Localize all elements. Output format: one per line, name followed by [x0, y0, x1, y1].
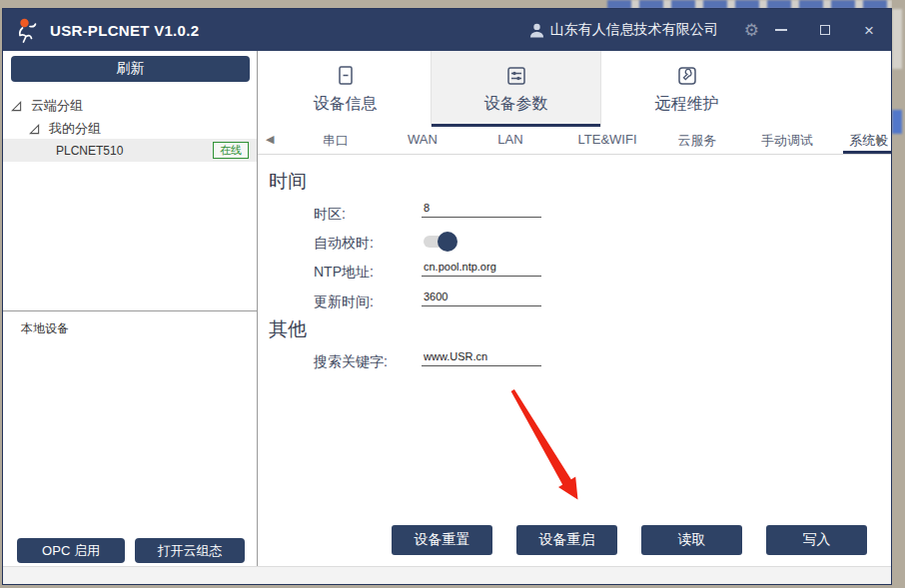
tab-label: 设备信息: [314, 94, 378, 115]
tab-label: 远程维护: [655, 94, 719, 115]
opc-enable-button[interactable]: OPC 启用: [17, 538, 125, 563]
tree-node-my-group[interactable]: 我的分组: [29, 120, 101, 138]
user-icon: [528, 22, 545, 39]
device-name: PLCNET510: [56, 144, 123, 158]
subtab-wan[interactable]: WAN: [408, 132, 438, 147]
open-cloud-scada-button[interactable]: 打开云组态: [135, 538, 245, 563]
tree-node-label: 我的分组: [49, 120, 101, 138]
account-name: 山东有人信息技术有限公司: [550, 21, 718, 39]
search-keyword-input[interactable]: [422, 350, 541, 366]
subtab-serial[interactable]: 串口: [323, 132, 349, 150]
update-interval-label: 更新时间:: [314, 293, 374, 310]
subtab-scroll-right-icon[interactable]: ▶: [877, 133, 885, 146]
toggle-knob: [438, 232, 457, 252]
ntp-address-input[interactable]: [422, 261, 541, 277]
document-icon: [334, 64, 358, 88]
online-status-badge: 在线: [213, 142, 249, 159]
refresh-button[interactable]: 刷新: [11, 56, 250, 82]
desktop: USR-PLCNET V1.0.2 山东有人信息技术有限公司 ⚙ × 刷新: [0, 0, 905, 588]
timezone-label: 时区:: [314, 205, 346, 223]
tab-device-info[interactable]: 设备信息: [260, 51, 431, 127]
sliders-icon: [504, 64, 528, 88]
maximize-icon: [820, 25, 830, 35]
minimize-button[interactable]: [759, 9, 803, 51]
section-title-other: 其他: [269, 316, 307, 342]
background-blob: [892, 9, 902, 69]
desktop-background-right: [892, 0, 905, 588]
subtab-cloud-service[interactable]: 云服务: [678, 132, 717, 150]
tab-remote-maintenance[interactable]: 远程维护: [601, 51, 772, 127]
subtab-manual-debug[interactable]: 手动调试: [761, 132, 813, 150]
app-window: USR-PLCNET V1.0.2 山东有人信息技术有限公司 ⚙ × 刷新: [2, 8, 892, 585]
subtab-bar: ◀ 串口 WAN LAN LTE&WIFI 云服务 手动调试 系统设 ▶: [258, 127, 891, 155]
timezone-input[interactable]: [422, 202, 541, 218]
tab-label: 设备参数: [484, 94, 548, 115]
minimize-icon: [775, 29, 787, 31]
tree-expander-icon[interactable]: [29, 124, 40, 135]
close-icon: ×: [864, 22, 874, 39]
subtab-lan[interactable]: LAN: [497, 132, 522, 147]
tree-expander-icon[interactable]: [11, 101, 22, 112]
background-blob: [892, 110, 902, 134]
device-restart-button[interactable]: 设备重启: [516, 525, 617, 555]
ntp-address-label: NTP地址:: [314, 263, 374, 281]
titlebar: USR-PLCNET V1.0.2 山东有人信息技术有限公司 ⚙ ×: [3, 9, 891, 51]
account-info[interactable]: 山东有人信息技术有限公司: [528, 21, 718, 39]
tree-node-cloud-group[interactable]: 云端分组: [11, 97, 83, 115]
subtab-lte-wifi[interactable]: LTE&WIFI: [578, 132, 637, 147]
tree-node-label: 云端分组: [31, 97, 83, 115]
tree-device-row[interactable]: PLCNET510 在线: [3, 139, 257, 162]
maximize-button[interactable]: [803, 9, 847, 51]
auto-time-sync-toggle[interactable]: [424, 236, 453, 248]
status-bar: [3, 566, 891, 584]
read-button[interactable]: 读取: [641, 525, 742, 555]
update-interval-input[interactable]: [422, 291, 541, 306]
local-devices-label: 本地设备: [21, 320, 69, 337]
usr-logo-icon: [15, 17, 42, 44]
section-title-time: 时间: [269, 169, 307, 195]
device-reset-button[interactable]: 设备重置: [392, 525, 492, 555]
wrench-icon: [675, 64, 699, 88]
search-keyword-label: 搜索关键字:: [314, 352, 388, 370]
write-button[interactable]: 写入: [766, 525, 867, 555]
tab-device-params[interactable]: 设备参数: [431, 51, 601, 127]
gear-icon[interactable]: ⚙: [744, 22, 759, 39]
subtab-scroll-left-icon[interactable]: ◀: [266, 133, 274, 146]
subtab-active-underline: [843, 151, 891, 154]
close-button[interactable]: ×: [847, 9, 891, 51]
auto-time-sync-label: 自动校时:: [314, 234, 374, 252]
app-title: USR-PLCNET V1.0.2: [50, 22, 199, 39]
sidebar-divider: [3, 310, 258, 311]
